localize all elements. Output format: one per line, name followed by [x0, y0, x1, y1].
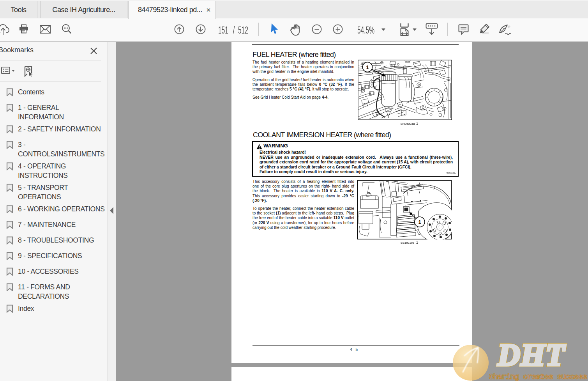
svg-text:1: 1 — [366, 64, 369, 70]
svg-text:1: 1 — [418, 219, 421, 225]
